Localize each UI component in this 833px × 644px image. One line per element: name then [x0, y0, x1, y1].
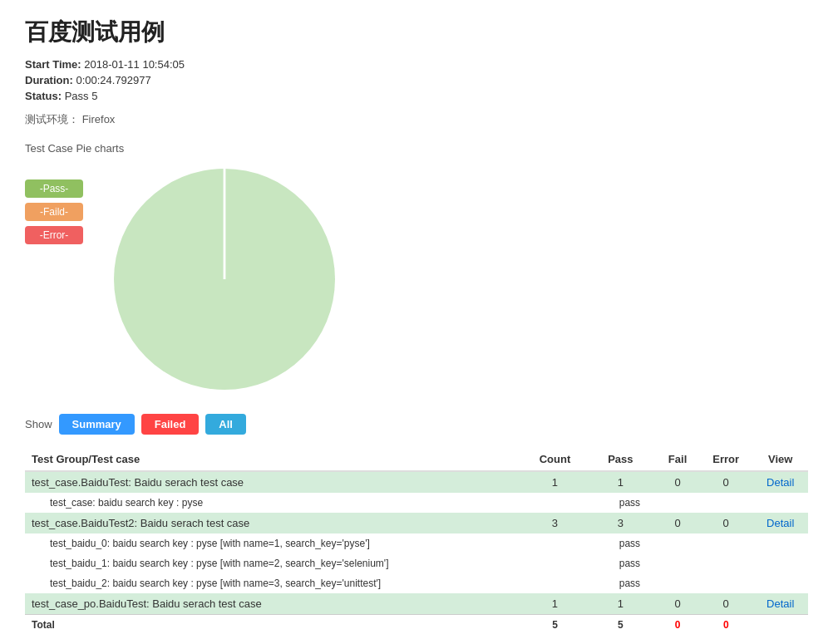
table-row: test_case.BaiduTest: Baidu serach test c…	[25, 471, 808, 493]
table-total-row: Total 5 5 0 0	[25, 615, 808, 636]
child-count	[525, 553, 584, 573]
group-pass: 1	[585, 593, 657, 615]
group-name: test_case_po.BaiduTest: Baidu serach tes…	[25, 593, 525, 615]
child-count	[525, 493, 584, 513]
total-count: 5	[525, 615, 584, 636]
start-time-label: Start Time:	[25, 58, 81, 71]
child-count	[525, 533, 584, 553]
chart-legend: -Pass- -Faild- -Error-	[25, 179, 83, 244]
table-row: test_case.BaiduTest2: Baidu serach test …	[25, 513, 808, 533]
child-name: test_baidu_2: baidu search key : pyse [w…	[25, 573, 525, 593]
group-name: test_case.BaiduTest: Baidu serach test c…	[25, 471, 525, 493]
chart-section: Test Case Pie charts -Pass- -Faild- -Err…	[25, 142, 808, 396]
child-fail	[656, 553, 699, 573]
group-error: 0	[699, 513, 753, 533]
table-row: test_baidu_0: baidu search key : pyse [w…	[25, 533, 808, 553]
meta-info: Start Time: 2018-01-11 10:54:05 Duration…	[25, 58, 808, 102]
child-count	[525, 573, 584, 593]
group-error: 0	[699, 593, 753, 615]
child-fail	[656, 533, 699, 553]
child-view	[752, 493, 808, 513]
group-pass: 3	[585, 513, 657, 533]
child-view	[752, 573, 808, 593]
total-view	[752, 615, 808, 636]
total-label: Total	[25, 615, 525, 636]
table-row: test_case_po.BaiduTest: Baidu serach tes…	[25, 593, 808, 615]
group-name: test_case.BaiduTest2: Baidu serach test …	[25, 513, 525, 533]
child-view	[752, 553, 808, 573]
status-value: Pass 5	[65, 90, 98, 102]
group-fail: 0	[656, 471, 699, 493]
total-error: 0	[699, 615, 753, 636]
failed-button[interactable]: Failed	[141, 414, 200, 435]
chart-title: Test Case Pie charts	[25, 142, 808, 155]
child-view	[752, 533, 808, 553]
child-name: test_baidu_1: baidu search key : pyse [w…	[25, 553, 525, 573]
group-error: 0	[699, 471, 753, 493]
col-header-view: View	[752, 448, 808, 471]
group-pass: 1	[585, 471, 657, 493]
duration-value: 0:00:24.792977	[76, 74, 150, 86]
summary-button[interactable]: Summary	[59, 414, 135, 435]
page-title: 百度测试用例	[25, 17, 808, 48]
start-time-value: 2018-01-11 10:54:05	[84, 58, 185, 71]
legend-fail: -Faild-	[25, 203, 83, 221]
status-label: Status:	[25, 90, 62, 102]
col-header-name: Test Group/Test case	[25, 448, 525, 471]
child-pass-status: pass	[585, 493, 657, 513]
pie-chart	[108, 163, 341, 396]
child-pass-status: pass	[585, 553, 657, 573]
table-header-row: Test Group/Test case Count Pass Fail Err…	[25, 448, 808, 471]
group-count: 1	[525, 593, 584, 615]
table-row: test_case: baidu search key : pysepass	[25, 493, 808, 513]
child-error	[699, 493, 753, 513]
legend-pass: -Pass-	[25, 179, 83, 198]
group-view[interactable]: Detail	[752, 513, 808, 533]
child-fail	[656, 573, 699, 593]
env-value: Firefox	[82, 113, 116, 125]
show-section: Show Summary Failed All	[25, 414, 808, 435]
total-fail: 0	[656, 615, 699, 636]
group-view[interactable]: Detail	[752, 593, 808, 615]
child-error	[699, 553, 753, 573]
group-fail: 0	[656, 593, 699, 615]
table-row: test_baidu_2: baidu search key : pyse [w…	[25, 573, 808, 593]
group-count: 1	[525, 471, 584, 493]
child-error	[699, 573, 753, 593]
total-pass: 5	[585, 615, 657, 636]
col-header-pass: Pass	[585, 448, 657, 471]
show-label: Show	[25, 418, 52, 430]
child-pass-status: pass	[585, 533, 657, 553]
child-name: test_case: baidu search key : pyse	[25, 493, 525, 513]
group-fail: 0	[656, 513, 699, 533]
all-button[interactable]: All	[205, 414, 246, 435]
child-name: test_baidu_0: baidu search key : pyse [w…	[25, 533, 525, 553]
col-header-fail: Fail	[656, 448, 699, 471]
duration-label: Duration:	[25, 74, 73, 86]
group-view[interactable]: Detail	[752, 471, 808, 493]
table-row: test_baidu_1: baidu search key : pyse [w…	[25, 553, 808, 573]
group-count: 3	[525, 513, 584, 533]
legend-error: -Error-	[25, 226, 83, 244]
env-label: 测试环境：	[25, 113, 79, 125]
child-error	[699, 533, 753, 553]
chart-container: -Pass- -Faild- -Error-	[25, 163, 808, 396]
col-header-count: Count	[525, 448, 584, 471]
child-fail	[656, 493, 699, 513]
child-pass-status: pass	[585, 573, 657, 593]
results-table: Test Group/Test case Count Pass Fail Err…	[25, 448, 808, 635]
env-info: 测试环境： Firefox	[25, 112, 808, 127]
col-header-error: Error	[699, 448, 753, 471]
